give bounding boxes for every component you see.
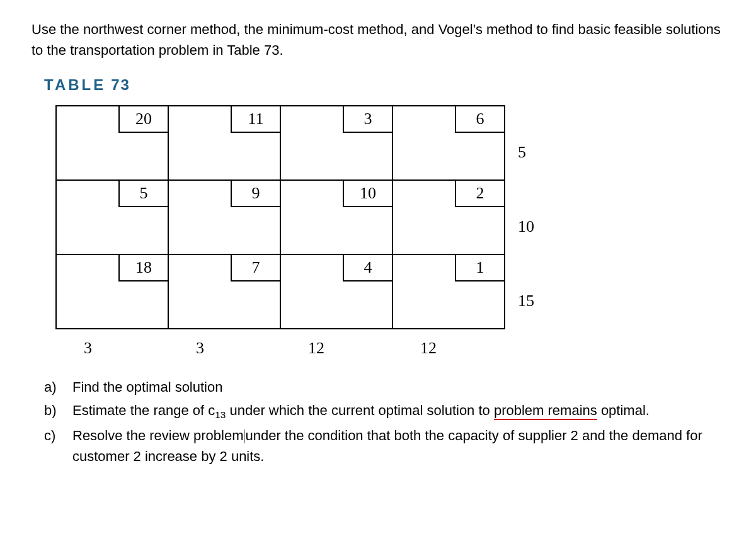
demand-row: 3 3 12 12	[57, 339, 724, 358]
cell-3-1: 18	[55, 254, 169, 329]
table-label-word: TABLE	[44, 76, 106, 93]
question-text: Resolve the review problemunder the cond…	[72, 425, 724, 467]
cost-value: 3	[343, 105, 393, 133]
question-label: b)	[44, 400, 72, 423]
supply-value: 15	[518, 254, 534, 329]
cost-grid: 20 11 3 6 5 9 10 2 18 7 4 1	[57, 106, 505, 329]
table-row: 18 7 4 1	[57, 255, 505, 329]
intro-text: Use the northwest corner method, the min…	[32, 19, 724, 60]
question-b: b) Estimate the range of c13 under which…	[44, 400, 724, 423]
supply-value: 10	[518, 179, 534, 255]
subscript-13: 13	[215, 409, 226, 420]
cell-1-2: 11	[168, 105, 281, 181]
transport-table: 20 11 3 6 5 9 10 2 18 7 4 1 5 10 15	[57, 106, 724, 358]
question-a: a) Find the optimal solution	[44, 377, 724, 397]
question-label: c)	[44, 425, 72, 467]
cost-value: 2	[455, 179, 505, 207]
table-row: 5 9 10 2	[57, 181, 505, 255]
questions-list: a) Find the optimal solution b) Estimate…	[44, 377, 724, 467]
cell-1-1: 20	[55, 105, 169, 181]
cell-2-2: 9	[168, 179, 281, 255]
supply-column: 5 10 15	[518, 106, 534, 329]
question-label: a)	[44, 377, 72, 397]
question-text: Estimate the range of c13 under which th…	[72, 400, 724, 423]
cost-value: 4	[343, 254, 393, 282]
question-c: c) Resolve the review problemunder the c…	[44, 425, 724, 467]
cell-3-3: 4	[280, 254, 393, 329]
cell-3-2: 7	[168, 254, 281, 329]
question-text: Find the optimal solution	[72, 377, 724, 397]
cell-2-4: 2	[392, 179, 505, 255]
demand-value: 3	[55, 339, 169, 358]
cell-1-3: 3	[280, 105, 393, 181]
spellcheck-underline: problem remains	[494, 402, 597, 420]
cell-1-4: 6	[392, 105, 505, 181]
table-label-number: 73	[111, 76, 130, 93]
table-label: TABLE73	[44, 76, 724, 94]
cost-value: 1	[455, 254, 505, 282]
cost-value: 5	[118, 179, 169, 207]
cost-value: 10	[343, 179, 393, 207]
demand-value: 3	[168, 339, 281, 358]
cell-2-1: 5	[55, 179, 169, 255]
table-row: 20 11 3 6	[57, 106, 505, 181]
demand-value: 12	[280, 339, 393, 358]
cost-value: 11	[231, 105, 281, 133]
supply-value: 5	[518, 105, 534, 181]
cost-value: 20	[118, 105, 169, 133]
cell-2-3: 10	[280, 179, 393, 255]
cost-value: 9	[231, 179, 281, 207]
demand-value: 12	[392, 339, 505, 358]
cell-3-4: 1	[392, 254, 505, 329]
cost-value: 7	[231, 254, 281, 282]
cost-value: 6	[455, 105, 505, 133]
cost-value: 18	[118, 254, 169, 282]
